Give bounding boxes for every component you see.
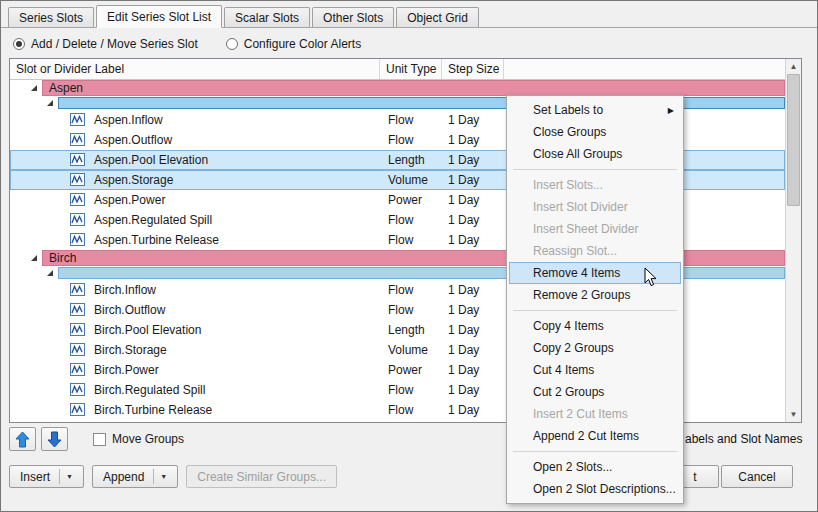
menu-item-label: Close All Groups [533,147,622,161]
slot-unit-type: Flow [388,383,413,397]
slot-label: Aspen.Pool Elevation [94,153,208,167]
slot-step-size: 1 Day [448,233,479,247]
slot-unit-type: Flow [388,213,413,227]
context-menu: Set Labels to ▶ Close Groups Close All G… [506,95,684,504]
menu-item-label: Insert 2 Cut Items [533,407,628,421]
tab-label: Series Slots [19,11,83,25]
menu-item-label: Open 2 Slot Descriptions... [533,482,676,496]
series-slot-icon [70,403,85,416]
menu-item-close-all-groups[interactable]: Close All Groups [507,143,683,165]
append-button-label: Append [103,470,144,484]
dropdown-separator [59,469,60,484]
menu-item-open-2-slots[interactable]: Open 2 Slots... [507,456,683,478]
series-slot-icon [70,133,85,146]
menu-item-label: Remove 2 Groups [533,288,630,302]
radio-icon [13,38,25,50]
slot-label: Birch.Regulated Spill [94,383,205,397]
slot-label: Aspen.Turbine Release [94,233,219,247]
menu-item-close-groups[interactable]: Close Groups [507,121,683,143]
menu-item-label: Reassign Slot... [533,244,617,258]
slot-label: Aspen.Inflow [94,113,163,127]
create-similar-groups-button: Create Similar Groups... [186,465,337,488]
menu-item-label: Copy 4 Items [533,319,604,333]
dropdown-separator [153,469,154,484]
group-header-bar[interactable]: Aspen [42,80,785,96]
series-slot-icon [70,233,85,246]
insert-dropdown-button[interactable]: Insert ▼ [9,465,84,488]
slot-step-size: 1 Day [448,173,479,187]
slot-unit-type: Flow [388,283,413,297]
menu-item-append-2-cut-items[interactable]: Append 2 Cut Items [507,425,683,447]
slot-label: Birch.Outflow [94,303,165,317]
series-slot-icon [70,193,85,206]
scroll-down-icon: ▼ [790,410,798,419]
scroll-down-button[interactable]: ▼ [786,407,801,422]
tab-label: Other Slots [323,11,383,25]
vertical-scrollbar[interactable]: ▲ ▼ [785,59,801,422]
menu-item-remove-2-groups[interactable]: Remove 2 Groups [507,284,683,306]
slot-label: Birch.Pool Elevation [94,323,201,337]
tab-label: Object Grid [407,11,468,25]
column-header-empty [504,59,801,79]
menu-item-insert-2-cut-items: Insert 2 Cut Items [507,403,683,425]
scroll-track[interactable] [786,74,801,407]
menu-item-cut-2-groups[interactable]: Cut 2 Groups [507,381,683,403]
menu-item-insert-slot-divider: Insert Slot Divider [507,196,683,218]
up-arrow-icon [15,431,30,448]
submenu-arrow-icon: ▶ [668,106,674,115]
slot-label: Birch.Inflow [94,283,156,297]
tab-object-grid[interactable]: Object Grid [396,7,479,27]
tab-edit-series-slot-list[interactable]: Edit Series Slot List [96,5,222,28]
move-up-button[interactable] [9,427,36,451]
menu-item-set-labels-to[interactable]: Set Labels to ▶ [507,99,683,121]
tab-other-slots[interactable]: Other Slots [312,7,394,27]
column-header-slot-label: Slot or Divider Label [10,59,380,79]
dropdown-arrow-icon: ▼ [66,473,73,480]
slot-step-size: 1 Day [448,383,479,397]
menu-item-label: Open 2 Slots... [533,460,612,474]
menu-item-label: Remove 4 Items [533,266,620,280]
menu-item-label: Cut 2 Groups [533,385,604,399]
append-dropdown-button[interactable]: Append ▼ [92,465,178,488]
menu-item-copy-2-groups[interactable]: Copy 2 Groups [507,337,683,359]
series-slot-icon [70,153,85,166]
footer-controls: Move Groups [9,426,184,452]
slot-label: Aspen.Outflow [94,133,172,147]
series-slot-icon [70,343,85,356]
scroll-up-button[interactable]: ▲ [786,59,801,74]
expander-icon[interactable] [30,254,38,262]
tab-bar: Series SlotsEdit Series Slot ListScalar … [1,4,817,28]
menu-item-insert-slots: Insert Slots... [507,174,683,196]
menu-separator [513,451,677,452]
slot-unit-type: Power [388,193,422,207]
radio-add-delete-move-series-slot[interactable]: Add / Delete / Move Series Slot [13,37,198,51]
move-down-button[interactable] [41,427,68,451]
tab-series-slots[interactable]: Series Slots [8,7,94,27]
series-slot-icon [70,383,85,396]
tab-scalar-slots[interactable]: Scalar Slots [224,7,310,27]
radio-label: Add / Delete / Move Series Slot [31,37,198,51]
menu-item-copy-4-items[interactable]: Copy 4 Items [507,315,683,337]
expander-icon[interactable] [46,269,54,277]
expander-icon[interactable] [30,84,38,92]
menu-item-open-2-slot-descriptions[interactable]: Open 2 Slot Descriptions... [507,478,683,500]
mouse-cursor [644,267,657,287]
radio-configure-color-alerts[interactable]: Configure Color Alerts [226,37,361,51]
expander-icon[interactable] [46,99,54,107]
slot-step-size: 1 Day [448,363,479,377]
slot-step-size: 1 Day [448,213,479,227]
slot-label: Birch.Storage [94,343,167,357]
menu-item-cut-4-items[interactable]: Cut 4 Items [507,359,683,381]
slot-unit-type: Power [388,363,422,377]
menu-item-insert-sheet-divider: Insert Sheet Divider [507,218,683,240]
slot-unit-type: Flow [388,403,413,417]
slot-unit-type: Volume [388,343,428,357]
cancel-button[interactable]: Cancel [721,465,793,488]
series-slot-icon [70,283,85,296]
scroll-up-icon: ▲ [790,62,798,71]
slot-label: Aspen.Power [94,193,165,207]
scroll-thumb[interactable] [787,74,800,206]
move-groups-checkbox[interactable] [93,433,106,446]
slot-label: Aspen.Regulated Spill [94,213,212,227]
slot-label: Birch.Power [94,363,159,377]
